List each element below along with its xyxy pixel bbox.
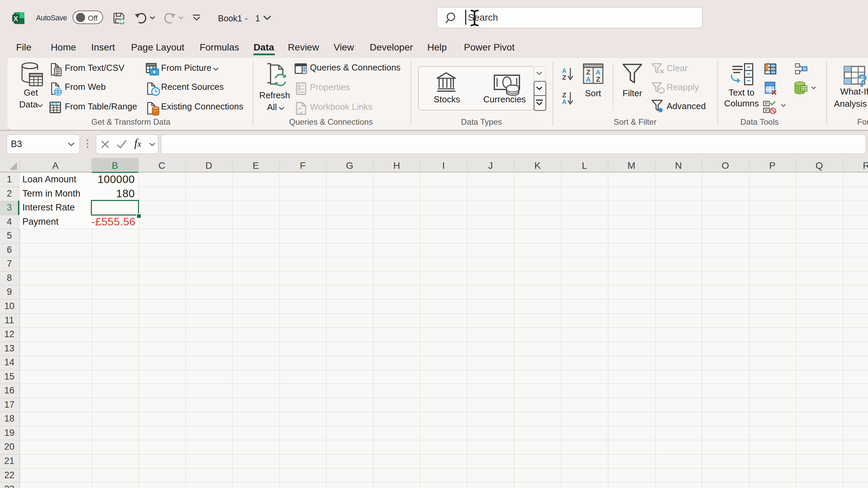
svg-text:Z: Z <box>562 92 566 99</box>
svg-text:A: A <box>562 67 567 74</box>
svg-text:A: A <box>562 98 567 105</box>
svg-text:X: X <box>14 15 18 22</box>
svg-text:Z: Z <box>586 68 590 76</box>
svg-text:A: A <box>586 76 591 83</box>
svg-text:A: A <box>596 68 600 76</box>
svg-text:Z: Z <box>596 76 600 83</box>
svg-text:Z: Z <box>562 74 566 81</box>
